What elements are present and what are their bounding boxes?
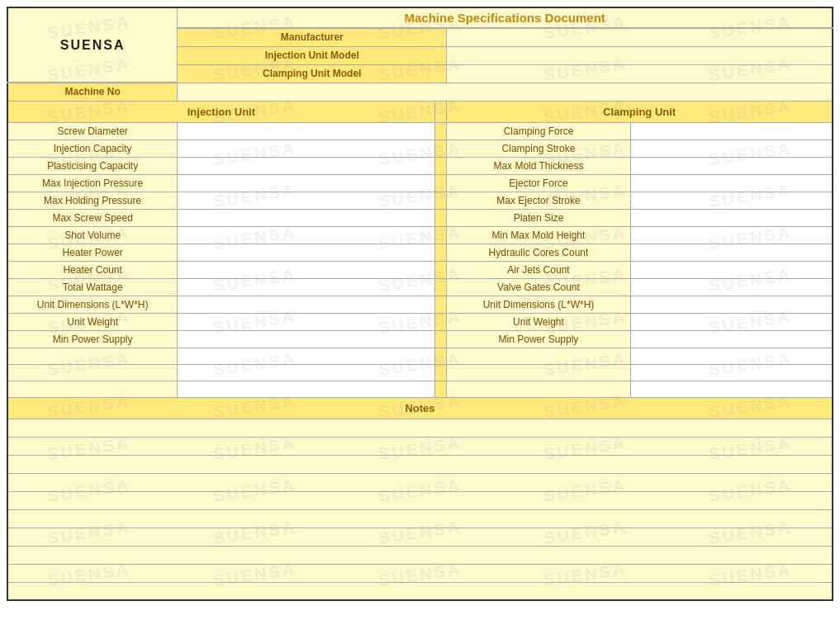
clamping-unit-model-label: Clamping Unit Model [178,64,447,83]
clamping-value-7[interactable] [630,244,833,261]
data-row-1: Injection Capacity Clamping Stroke [7,140,833,157]
injection-value-10[interactable] [178,296,434,313]
injection-value-0[interactable] [178,122,434,140]
notes-content-5[interactable] [7,509,833,528]
clamping-value-8[interactable] [630,261,833,278]
injection-unit-model-label: Injection Unit Model [178,46,447,64]
divider [434,244,446,261]
injection-field-6: Shot Volume [7,226,178,244]
extra-clamp-value-1[interactable] [630,364,833,381]
injection-value-2[interactable] [178,157,434,174]
injection-field-11: Unit Weight [7,313,178,330]
notes-empty-2 [7,455,833,473]
extra-inj-value-2[interactable] [178,381,434,397]
extra-row-2 [7,381,833,397]
injection-value-8[interactable] [178,261,434,278]
clamping-value-2[interactable] [630,157,833,174]
data-row-4: Max Holding Pressure Max Ejector Stroke [7,192,833,209]
clamping-value-12[interactable] [630,330,833,348]
manufacturer-value[interactable] [447,28,833,46]
clamping-value-5[interactable] [630,209,833,226]
clamping-field-7: Hydraulic Cores Count [447,244,630,261]
divider [434,226,446,244]
divider [434,157,446,174]
clamping-value-0[interactable] [630,122,833,140]
title-row: SUENSA Machine Specifications Document [7,7,833,28]
injection-value-1[interactable] [178,140,434,157]
divider [434,330,446,348]
extra-row-0 [7,348,833,364]
notes-empty-6 [7,528,833,546]
divider [434,296,446,313]
notes-empty-7 [7,546,833,564]
clamping-unit-model-value[interactable] [447,64,833,83]
divider [434,381,446,397]
clamping-field-10: Unit Dimensions (L*W*H) [447,296,630,313]
injection-value-5[interactable] [178,209,434,226]
clamping-value-1[interactable] [630,140,833,157]
clamping-value-4[interactable] [630,192,833,209]
clamping-field-9: Valve Gates Count [447,278,630,296]
injection-value-11[interactable] [178,313,434,330]
injection-field-4: Max Holding Pressure [7,192,178,209]
injection-field-12: Min Power Supply [7,330,178,348]
notes-content-3[interactable] [7,473,833,491]
notes-content-6[interactable] [7,528,833,546]
extra-inj-label-2 [7,381,178,397]
clamping-field-4: Max Ejector Stroke [447,192,630,209]
machine-no-value[interactable] [178,83,833,101]
clamping-value-10[interactable] [630,296,833,313]
divider [434,278,446,296]
injection-unit-model-value[interactable] [447,46,833,64]
clamping-field-0: Clamping Force [447,122,630,140]
injection-field-1: Injection Capacity [7,140,178,157]
clamping-value-6[interactable] [630,226,833,244]
extra-inj-value-1[interactable] [178,364,434,381]
injection-field-7: Heater Power [7,244,178,261]
main-table: SUENSA Machine Specifications Document M… [7,7,833,601]
notes-content-8[interactable] [7,564,833,582]
notes-empty-4 [7,491,833,509]
clamping-field-3: Ejector Force [447,174,630,192]
notes-content-4[interactable] [7,491,833,509]
extra-clamp-label-1 [447,364,630,381]
document-wrapper: SUENSA Machine Specifications Document M… [7,7,833,601]
divider [434,261,446,278]
injection-value-12[interactable] [178,330,434,348]
section-header-row: Injection Unit Clamping Unit [7,101,833,122]
injection-field-2: Plasticising Capacity [7,157,178,174]
data-row-12: Min Power Supply Min Power Supply [7,330,833,348]
extra-clamp-value-0[interactable] [630,348,833,364]
clamping-value-3[interactable] [630,174,833,192]
clamping-field-11: Unit Weight [447,313,630,330]
clamping-field-12: Min Power Supply [447,330,630,348]
notes-row: Notes [7,397,833,419]
extra-clamp-value-2[interactable] [630,381,833,397]
data-row-11: Unit Weight Unit Weight [7,313,833,330]
injection-value-3[interactable] [178,174,434,192]
extra-inj-value-0[interactable] [178,348,434,364]
divider [434,313,446,330]
clamping-value-11[interactable] [630,313,833,330]
notes-content-1[interactable] [7,437,833,455]
clamping-value-9[interactable] [630,278,833,296]
injection-value-4[interactable] [178,192,434,209]
notes-content-0[interactable] [7,419,833,437]
notes-content-9[interactable] [7,582,833,600]
injection-unit-header: Injection Unit [7,101,434,122]
data-row-0: Screw Diameter Clamping Force [7,122,833,140]
clamping-unit-header: Clamping Unit [447,101,833,122]
data-row-8: Heater Count Air Jets Count [7,261,833,278]
injection-value-9[interactable] [178,278,434,296]
injection-value-6[interactable] [178,226,434,244]
notes-empty-1 [7,437,833,455]
clamping-field-1: Clamping Stroke [447,140,630,157]
notes-content-7[interactable] [7,546,833,564]
injection-value-7[interactable] [178,244,434,261]
divider [434,122,446,140]
divider [434,209,446,226]
data-row-10: Unit Dimensions (L*W*H) Unit Dimensions … [7,296,833,313]
logo-cell: SUENSA [7,7,178,83]
notes-content-2[interactable] [7,455,833,473]
extra-clamp-label-2 [447,381,630,397]
